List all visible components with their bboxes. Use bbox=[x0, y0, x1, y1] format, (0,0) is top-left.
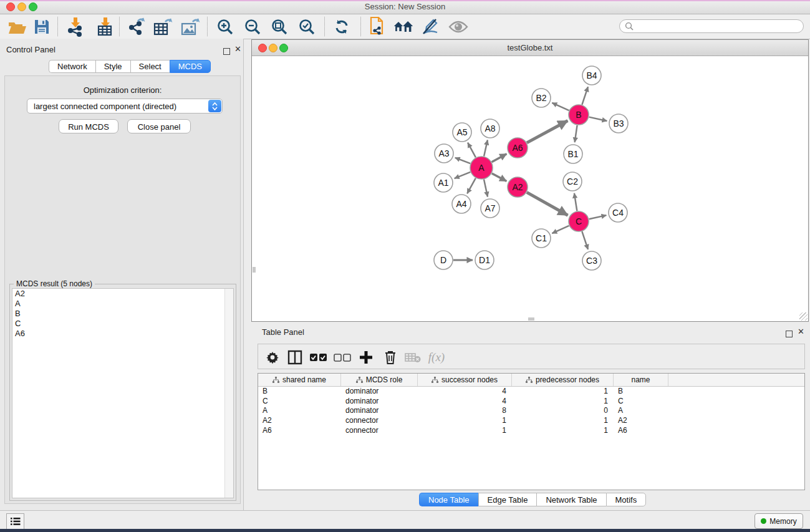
table-cell[interactable]: A bbox=[258, 406, 341, 415]
network-zoom-traffic-light[interactable] bbox=[279, 44, 288, 52]
edge-A-A3[interactable] bbox=[455, 158, 471, 163]
table-cell[interactable]: 0 bbox=[512, 406, 614, 415]
edge-C-C4[interactable] bbox=[589, 215, 607, 219]
delete-table-icon[interactable] bbox=[403, 348, 422, 367]
mcds-result-item[interactable]: B bbox=[12, 309, 233, 319]
table-row[interactable]: A6connector11A6 bbox=[258, 425, 804, 435]
vertical-scroll-thumb[interactable] bbox=[253, 267, 256, 273]
column-header-shared-name[interactable]: shared name bbox=[258, 374, 341, 386]
edge-A2-C[interactable] bbox=[527, 192, 568, 215]
gear-icon[interactable] bbox=[263, 348, 282, 367]
save-session-icon[interactable] bbox=[32, 17, 52, 37]
refresh-icon[interactable] bbox=[332, 17, 352, 37]
table-close-panel-icon[interactable]: ✕ bbox=[798, 327, 804, 336]
network-window-titlebar[interactable]: testGlobe.txt bbox=[252, 40, 808, 56]
export-image-icon[interactable] bbox=[180, 17, 200, 37]
delete-column-icon[interactable] bbox=[381, 348, 400, 367]
export-network-icon[interactable] bbox=[127, 17, 147, 37]
show-graphics-icon[interactable] bbox=[448, 17, 468, 37]
edge-A-A5[interactable] bbox=[468, 143, 476, 158]
tab-style[interactable]: Style bbox=[95, 60, 130, 73]
table-row[interactable]: Cdominator41C bbox=[258, 396, 804, 406]
minimize-traffic-light[interactable] bbox=[17, 2, 26, 11]
table-cell[interactable]: 4 bbox=[418, 387, 512, 395]
tab-network[interactable]: Network bbox=[49, 60, 95, 73]
edge-A-A1[interactable] bbox=[455, 172, 471, 178]
column-header-predecessor-nodes[interactable]: predecessor nodes bbox=[512, 374, 614, 386]
task-history-button[interactable] bbox=[6, 513, 24, 530]
table-cell[interactable]: 1 bbox=[418, 416, 512, 425]
column-header-name[interactable]: name bbox=[614, 374, 668, 386]
float-panel-icon[interactable] bbox=[223, 46, 230, 57]
table-row[interactable]: Bdominator41B bbox=[258, 386, 804, 396]
table-cell[interactable]: dominator bbox=[341, 406, 418, 415]
table-cell[interactable]: 1 bbox=[512, 387, 614, 395]
optimization-criterion-select[interactable]: largest connected component (directed) bbox=[27, 99, 223, 114]
column-header-successor-nodes[interactable]: successor nodes bbox=[418, 374, 512, 386]
table-cell[interactable]: 8 bbox=[418, 406, 512, 415]
table-cell[interactable]: 1 bbox=[418, 426, 512, 435]
edge-A6-B[interactable] bbox=[527, 121, 567, 143]
open-file-icon[interactable] bbox=[7, 17, 27, 37]
tab-motifs[interactable]: Motifs bbox=[606, 493, 647, 506]
table-cell[interactable]: A6 bbox=[258, 426, 341, 435]
edge-A-A6[interactable] bbox=[492, 154, 507, 162]
column-header-MCDS-role[interactable]: MCDS role bbox=[341, 374, 418, 386]
zoom-out-icon[interactable] bbox=[243, 17, 263, 37]
table-cell[interactable]: connector bbox=[341, 426, 418, 435]
table-cell[interactable]: dominator bbox=[341, 387, 418, 395]
network-graph-canvas[interactable]: B4B2BB3B1A5A8A6A3AA1A2C2A4A7C4CC1C3DD1 bbox=[252, 56, 808, 321]
mcds-result-item[interactable]: A2 bbox=[12, 289, 233, 299]
edge-C-C3[interactable] bbox=[582, 231, 588, 249]
tab-node-table[interactable]: Node Table bbox=[419, 493, 478, 506]
zoom-in-icon[interactable] bbox=[215, 17, 235, 37]
search-input[interactable] bbox=[619, 19, 804, 33]
zoom-fit-icon[interactable] bbox=[269, 17, 289, 37]
horizontal-scroll-thumb[interactable] bbox=[528, 317, 534, 321]
function-builder-icon[interactable]: f(x) bbox=[424, 348, 449, 367]
table-cell[interactable]: B bbox=[614, 387, 668, 395]
tab-edge-table[interactable]: Edge Table bbox=[478, 493, 537, 506]
edge-A-A2[interactable] bbox=[492, 173, 507, 181]
table-cell[interactable]: connector bbox=[341, 416, 418, 425]
mcds-result-item[interactable]: C bbox=[12, 319, 233, 329]
network-minimize-traffic-light[interactable] bbox=[269, 44, 277, 52]
table-cell[interactable]: B bbox=[258, 387, 341, 395]
table-cell[interactable]: C bbox=[614, 397, 668, 405]
add-column-icon[interactable] bbox=[357, 348, 375, 367]
close-traffic-light[interactable] bbox=[6, 2, 15, 11]
close-panel-button[interactable]: Close panel bbox=[127, 119, 191, 133]
edge-B-B4[interactable] bbox=[582, 87, 588, 105]
table-cell[interactable]: 1 bbox=[512, 426, 614, 435]
tab-network-table[interactable]: Network Table bbox=[536, 493, 605, 506]
table-cell[interactable]: 1 bbox=[512, 397, 614, 405]
edge-A-A4[interactable] bbox=[467, 178, 476, 194]
edge-B-B1[interactable] bbox=[575, 125, 577, 142]
clear-checkboxes-icon[interactable] bbox=[333, 348, 352, 367]
run-mcds-button[interactable]: Run MCDS bbox=[59, 119, 118, 133]
resize-grip-icon[interactable] bbox=[799, 312, 808, 321]
table-float-panel-icon[interactable] bbox=[786, 329, 793, 340]
table-cell[interactable]: A6 bbox=[614, 426, 668, 435]
table-row[interactable]: A2connector11A2 bbox=[258, 415, 804, 425]
table-cell[interactable]: A2 bbox=[258, 416, 341, 425]
edge-C-C2[interactable] bbox=[574, 193, 577, 211]
hide-annotations-icon[interactable] bbox=[420, 17, 440, 37]
edge-B-B2[interactable] bbox=[552, 103, 569, 110]
select-all-checkboxes-icon[interactable] bbox=[309, 348, 328, 367]
network-from-clipboard-icon[interactable] bbox=[367, 17, 387, 37]
mcds-result-list[interactable]: A2ABCA6 bbox=[12, 288, 234, 498]
table-cell[interactable]: 1 bbox=[512, 416, 614, 425]
memory-button[interactable]: Memory bbox=[755, 513, 803, 529]
table-cell[interactable]: dominator bbox=[341, 397, 418, 405]
tab-select[interactable]: Select bbox=[130, 60, 170, 73]
edge-A-A8[interactable] bbox=[484, 140, 488, 157]
zoom-traffic-light[interactable] bbox=[29, 2, 37, 11]
close-panel-icon[interactable]: ✕ bbox=[234, 44, 241, 54]
table-cell[interactable]: A bbox=[614, 406, 668, 415]
table-cell[interactable]: 4 bbox=[418, 397, 512, 405]
edge-B-B3[interactable] bbox=[589, 117, 607, 121]
edge-C-C1[interactable] bbox=[552, 226, 569, 233]
tab-mcds[interactable]: MCDS bbox=[170, 60, 211, 73]
table-row[interactable]: Adominator80A bbox=[258, 405, 804, 415]
